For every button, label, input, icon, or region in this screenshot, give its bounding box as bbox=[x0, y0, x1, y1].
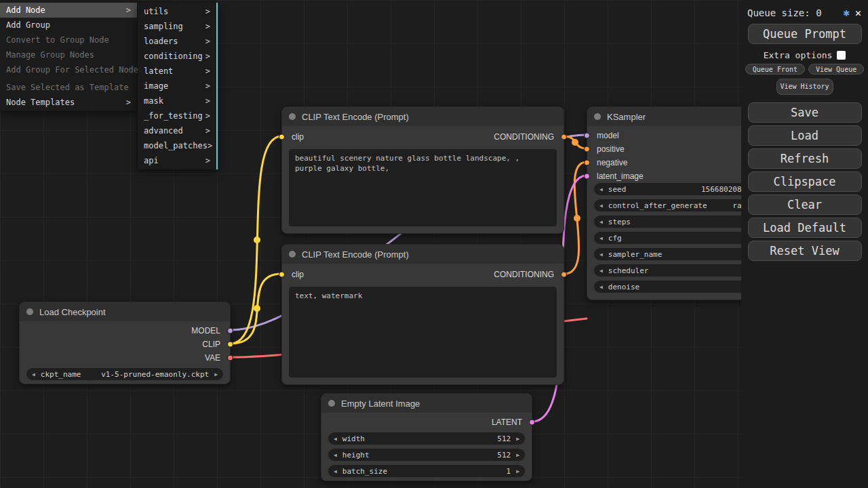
node-title-bar[interactable]: Empty Latent Image bbox=[321, 394, 532, 413]
widget-label: scheduler bbox=[608, 266, 649, 275]
widget-decrement-icon[interactable]: ◀ bbox=[599, 251, 603, 258]
widget-decrement-icon[interactable]: ◀ bbox=[334, 452, 337, 458]
view-queue-button[interactable]: View Queue bbox=[808, 64, 864, 75]
submenu-item-loaders[interactable]: loaders > bbox=[138, 34, 216, 49]
close-menu-icon[interactable]: ✕ bbox=[855, 8, 861, 18]
collapse-dot-icon[interactable] bbox=[594, 113, 601, 120]
node-title: KSampler bbox=[607, 112, 646, 122]
submenu-item-api[interactable]: api > bbox=[138, 153, 216, 168]
widget-value: v1-5-pruned-emaonly.ckpt bbox=[101, 370, 209, 379]
submenu-item-conditioning[interactable]: conditioning > bbox=[138, 49, 216, 64]
widget-label: ckpt_name bbox=[41, 370, 81, 379]
load-button[interactable]: Load bbox=[748, 125, 862, 146]
conditioning-output-dot[interactable] bbox=[561, 134, 567, 140]
clip-output-dot[interactable] bbox=[227, 342, 233, 348]
node-title-bar[interactable]: CLIP Text Encode (Prompt) bbox=[282, 245, 564, 264]
submenu-arrow-icon: > bbox=[205, 81, 210, 91]
submenu-arrow-icon: > bbox=[205, 52, 210, 61]
collapse-dot-icon[interactable] bbox=[328, 400, 335, 407]
clear-button[interactable]: Clear bbox=[748, 195, 862, 215]
submenu-arrow-icon: > bbox=[126, 5, 131, 15]
settings-gear-icon[interactable]: ✱ bbox=[843, 7, 850, 18]
widget-width[interactable]: ◀ width 512 ▶ bbox=[328, 432, 525, 445]
menu-item-label: Add Group For Selected Nodes bbox=[6, 65, 143, 75]
node-title-bar[interactable]: CLIP Text Encode (Prompt) bbox=[282, 107, 564, 126]
widget-ckpt-name[interactable]: ◀ ckpt_name v1-5-pruned-emaonly.ckpt ▶ bbox=[26, 368, 223, 380]
queue-prompt-button[interactable]: Queue Prompt bbox=[748, 24, 862, 44]
menu-item-convert-to-group-node: Convert to Group Node bbox=[0, 33, 137, 47]
prompt-textarea[interactable]: text, watermark bbox=[289, 287, 557, 378]
refresh-button[interactable]: Refresh bbox=[748, 148, 862, 169]
widget-decrement-icon[interactable]: ◀ bbox=[32, 371, 35, 378]
node-clip-text-encode-negative[interactable]: CLIP Text Encode (Prompt) clip CONDITION… bbox=[281, 244, 564, 385]
load-default-button[interactable]: Load Default bbox=[748, 218, 862, 238]
model-input-dot[interactable] bbox=[584, 133, 590, 139]
save-button[interactable]: Save bbox=[748, 102, 862, 123]
menu-item-node-templates[interactable]: Node Templates > bbox=[0, 95, 137, 110]
submenu-item-mask[interactable]: mask > bbox=[138, 94, 216, 108]
link-midpoint-dot[interactable] bbox=[254, 237, 260, 243]
submenu-arrow-icon: > bbox=[208, 141, 212, 150]
clip-input-dot[interactable] bbox=[279, 272, 285, 278]
view-history-button[interactable]: View History bbox=[776, 79, 833, 95]
latent-input-dot[interactable] bbox=[584, 174, 590, 180]
conditioning-output-dot[interactable] bbox=[561, 272, 567, 278]
queue-front-button[interactable]: Queue Front bbox=[745, 64, 805, 75]
collapse-dot-icon[interactable] bbox=[26, 308, 33, 315]
input-slot-label: model bbox=[597, 131, 619, 140]
context-menu: Add Node > Add Group Convert to Group No… bbox=[0, 1, 137, 111]
reset-view-button[interactable]: Reset View bbox=[748, 241, 862, 261]
submenu-item-for-testing[interactable]: _for_testing > bbox=[138, 108, 216, 123]
widget-decrement-icon[interactable]: ◀ bbox=[334, 468, 337, 474]
output-slot-label: CONDITIONING bbox=[494, 270, 554, 279]
submenu-item-image[interactable]: image > bbox=[138, 79, 216, 94]
menu-item-add-node[interactable]: Add Node > bbox=[0, 3, 137, 18]
menu-item-label: Save Selected as Template bbox=[6, 83, 129, 92]
prompt-textarea[interactable]: beautiful scenery nature glass bottle la… bbox=[289, 149, 557, 226]
menu-item-label: Convert to Group Node bbox=[6, 35, 109, 45]
link-midpoint-dot[interactable] bbox=[254, 305, 260, 312]
model-output-dot[interactable] bbox=[227, 328, 233, 334]
widget-decrement-icon[interactable]: ◀ bbox=[334, 436, 337, 442]
submenu-item-label: advanced bbox=[144, 126, 183, 136]
widget-increment-icon[interactable]: ▶ bbox=[214, 371, 218, 378]
output-slot-label: CONDITIONING bbox=[494, 132, 554, 142]
collapse-dot-icon[interactable] bbox=[289, 113, 296, 120]
node-empty-latent-image[interactable]: Empty Latent Image LATENT ◀ width 512 ▶ … bbox=[321, 393, 532, 481]
comfy-menu-panel: Queue size: 0 ✱ ✕ Queue Prompt Extra opt… bbox=[741, 0, 868, 488]
submenu-item-sampling[interactable]: sampling > bbox=[138, 19, 216, 34]
latent-output-dot[interactable] bbox=[529, 420, 535, 426]
widget-decrement-icon[interactable]: ◀ bbox=[599, 235, 603, 241]
widget-decrement-icon[interactable]: ◀ bbox=[599, 203, 603, 209]
node-clip-text-encode-positive[interactable]: CLIP Text Encode (Prompt) clip CONDITION… bbox=[281, 106, 564, 234]
node-load-checkpoint[interactable]: Load Checkpoint MODEL CLIP VAE ◀ ckpt_na… bbox=[19, 302, 231, 384]
negative-input-dot[interactable] bbox=[584, 160, 590, 166]
widget-batch-size[interactable]: ◀ batch_size 1 ▶ bbox=[328, 465, 525, 477]
menu-item-add-group[interactable]: Add Group bbox=[0, 18, 137, 33]
link-midpoint-dot[interactable] bbox=[572, 139, 578, 146]
input-slot-label: clip bbox=[292, 132, 304, 142]
widget-height[interactable]: ◀ height 512 ▶ bbox=[328, 449, 525, 461]
submenu-item-label: latent bbox=[144, 66, 173, 76]
submenu-item-model-patches[interactable]: model_patches > bbox=[138, 138, 216, 153]
widget-decrement-icon[interactable]: ◀ bbox=[599, 268, 603, 274]
submenu-item-utils[interactable]: utils > bbox=[138, 4, 216, 19]
extra-options-checkbox[interactable] bbox=[837, 51, 846, 60]
widget-decrement-icon[interactable]: ◀ bbox=[599, 219, 603, 225]
output-slot-label: MODEL bbox=[191, 326, 220, 336]
positive-input-dot[interactable] bbox=[584, 146, 590, 152]
widget-increment-icon[interactable]: ▶ bbox=[516, 468, 519, 474]
widget-increment-icon[interactable]: ▶ bbox=[516, 452, 519, 458]
graph-canvas[interactable]: CLIP Text Encode (Prompt) clip CONDITION… bbox=[0, 0, 868, 488]
widget-decrement-icon[interactable]: ◀ bbox=[599, 186, 603, 192]
link-midpoint-dot[interactable] bbox=[574, 215, 580, 222]
clip-input-dot[interactable] bbox=[279, 134, 285, 140]
submenu-item-advanced[interactable]: advanced > bbox=[138, 123, 216, 138]
vae-output-dot[interactable] bbox=[227, 355, 233, 361]
widget-decrement-icon[interactable]: ◀ bbox=[599, 284, 603, 290]
widget-increment-icon[interactable]: ▶ bbox=[516, 436, 519, 442]
node-title-bar[interactable]: Load Checkpoint bbox=[20, 302, 230, 321]
collapse-dot-icon[interactable] bbox=[289, 251, 296, 258]
submenu-item-latent[interactable]: latent > bbox=[138, 64, 216, 79]
clipspace-button[interactable]: Clipspace bbox=[748, 171, 862, 192]
